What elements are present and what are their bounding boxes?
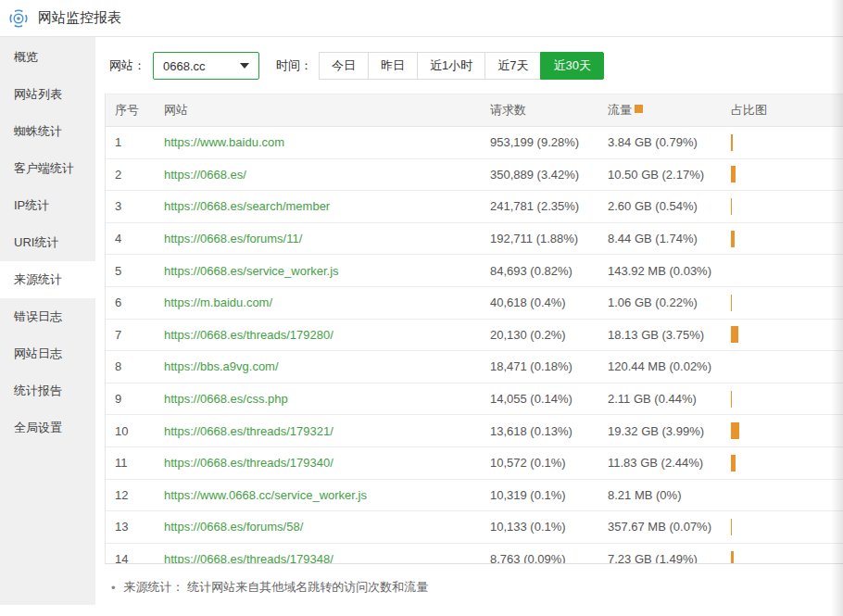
time-range-button[interactable]: 今日 xyxy=(319,52,369,80)
table-row: 1 https://www.baidu.com 953,199 (9.28%) … xyxy=(106,127,843,159)
referrer-report-table: 序号 网站 请求数 流量 占比图 1 https://www.baidu.com… xyxy=(105,94,843,564)
col-header-traffic: 流量 xyxy=(608,102,731,119)
row-traffic: 7.23 GB (1.49%) xyxy=(608,552,731,564)
time-range-button[interactable]: 近7天 xyxy=(484,52,541,80)
col-header-site: 网站 xyxy=(164,102,490,119)
traffic-legend-square-icon xyxy=(635,105,643,113)
row-requests: 10,133 (0.1%) xyxy=(490,520,608,534)
row-requests: 8,763 (0.09%) xyxy=(490,552,608,564)
chevron-down-icon xyxy=(240,63,249,69)
row-index: 11 xyxy=(106,456,164,470)
row-index: 5 xyxy=(106,264,164,278)
referrer-url-link[interactable]: https://0668.es/threads/179280/ xyxy=(164,328,333,342)
row-index: 9 xyxy=(106,392,164,406)
traffic-proportion-bar xyxy=(731,134,733,151)
row-traffic: 1.06 GB (0.22%) xyxy=(608,295,731,309)
row-requests: 13,618 (0.13%) xyxy=(490,424,608,438)
referrer-url-link[interactable]: https://www.baidu.com xyxy=(164,135,284,149)
row-index: 6 xyxy=(106,295,164,309)
row-traffic: 2.60 GB (0.54%) xyxy=(608,199,731,213)
traffic-proportion-bar xyxy=(731,551,734,564)
row-index: 10 xyxy=(106,424,164,438)
referrer-url-link[interactable]: https://www.0668.cc/service_worker.js xyxy=(164,488,367,502)
referrer-url-link[interactable]: https://0668.es/forums/58/ xyxy=(164,520,303,534)
sidebar-item[interactable]: IP统计 xyxy=(0,187,95,224)
row-requests: 10,572 (0.1%) xyxy=(490,456,608,470)
row-requests: 953,199 (9.28%) xyxy=(490,135,608,149)
col-header-requests: 请求数 xyxy=(490,102,608,119)
row-requests: 18,471 (0.18%) xyxy=(490,359,608,373)
table-row: 10 https://0668.es/threads/179321/ 13,61… xyxy=(106,415,843,447)
col-header-chart: 占比图 xyxy=(731,102,843,119)
footer-note: • 来源统计： 统计网站来自其他域名跳转的访问次数和流量 xyxy=(111,579,843,596)
referrer-url-link[interactable]: https://0668.es/threads/179321/ xyxy=(164,424,333,438)
referrer-url-link[interactable]: https://0668.es/threads/179340/ xyxy=(164,456,333,470)
row-traffic: 143.92 MB (0.03%) xyxy=(608,264,731,278)
row-requests: 40,618 (0.4%) xyxy=(490,295,608,309)
page-body: 概览 网站列表 蜘蛛统计 客户端统计 IP统计 URI统计 来源统计 错误日志 … xyxy=(0,37,843,605)
table-row: 14 https://0668.es/threads/179348/ 8,763… xyxy=(106,544,843,564)
sidebar-item[interactable]: URI统计 xyxy=(0,224,95,261)
row-traffic: 357.67 MB (0.07%) xyxy=(608,520,731,534)
row-traffic: 120.44 MB (0.02%) xyxy=(608,359,731,373)
sidebar-item[interactable]: 统计报告 xyxy=(0,372,95,409)
time-range-group: 今日 昨日 近1小时 近7天 近30天 xyxy=(320,52,604,80)
app-header: 网站监控报表 xyxy=(0,0,843,37)
row-index: 12 xyxy=(106,488,164,502)
row-traffic: 11.83 GB (2.44%) xyxy=(608,456,731,470)
sidebar-item[interactable]: 全局设置 xyxy=(0,409,95,446)
traffic-proportion-bar xyxy=(731,326,738,343)
time-filter-label: 时间： xyxy=(276,57,312,74)
filter-bar: 网站： 0668.cc 时间： 今日 昨日 近1小时 近7天 xyxy=(109,52,843,80)
bullet-icon: • xyxy=(111,581,116,595)
row-requests: 241,781 (2.35%) xyxy=(490,199,608,213)
table-row: 8 https://bbs.a9vg.com/ 18,471 (0.18%) 1… xyxy=(106,351,843,383)
table-row: 5 https://0668.es/service_worker.js 84,6… xyxy=(106,255,843,287)
row-index: 7 xyxy=(106,328,164,342)
row-index: 3 xyxy=(106,199,164,213)
sidebar-item[interactable]: 来源统计 xyxy=(0,261,95,298)
referrer-url-link[interactable]: https://0668.es/search/member xyxy=(164,199,330,213)
referrer-url-link[interactable]: https://0668.es/service_worker.js xyxy=(164,264,339,278)
sidebar-item[interactable]: 网站列表 xyxy=(0,76,95,113)
referrer-url-link[interactable]: https://0668.es/forums/11/ xyxy=(164,232,302,245)
row-traffic: 10.50 GB (2.17%) xyxy=(608,168,731,182)
table-row: 7 https://0668.es/threads/179280/ 20,130… xyxy=(106,320,843,352)
traffic-proportion-bar xyxy=(731,391,732,408)
referrer-url-link[interactable]: https://m.baidu.com/ xyxy=(164,295,272,309)
row-traffic: 18.13 GB (3.75%) xyxy=(608,328,731,342)
site-filter-label: 网站： xyxy=(109,57,145,74)
time-range-button[interactable]: 近1小时 xyxy=(417,52,485,80)
row-index: 2 xyxy=(106,168,164,182)
referrer-url-link[interactable]: https://0668.es/threads/179348/ xyxy=(164,552,333,564)
traffic-proportion-bar xyxy=(731,198,732,215)
table-row: 13 https://0668.es/forums/58/ 10,133 (0.… xyxy=(106,511,843,544)
referrer-url-link[interactable]: https://bbs.a9vg.com/ xyxy=(164,359,279,373)
row-requests: 84,693 (0.82%) xyxy=(490,264,608,278)
time-range-button[interactable]: 近30天 xyxy=(540,52,603,80)
monitor-target-icon xyxy=(8,8,29,29)
row-index: 4 xyxy=(106,232,164,245)
sidebar-item[interactable]: 概览 xyxy=(0,39,95,76)
sidebar-item[interactable]: 蜘蛛统计 xyxy=(0,113,95,150)
traffic-proportion-bar xyxy=(731,231,735,247)
sidebar-item[interactable]: 客户端统计 xyxy=(0,150,95,187)
traffic-proportion-bar xyxy=(731,519,732,535)
row-index: 14 xyxy=(106,552,164,564)
traffic-header-label: 流量 xyxy=(608,103,632,117)
referrer-url-link[interactable]: https://0668.es/css.php xyxy=(164,392,288,406)
row-traffic: 2.11 GB (0.44%) xyxy=(608,392,731,406)
traffic-proportion-bar xyxy=(731,455,736,471)
row-requests: 192,711 (1.88%) xyxy=(490,232,608,245)
traffic-proportion-bar xyxy=(731,295,732,311)
time-range-button[interactable]: 昨日 xyxy=(368,52,418,80)
table-row: 12 https://www.0668.cc/service_worker.js… xyxy=(106,480,843,512)
traffic-proportion-bar xyxy=(731,422,739,439)
sidebar-item[interactable]: 网站日志 xyxy=(0,335,95,372)
col-header-index: 序号 xyxy=(106,102,164,119)
site-select[interactable]: 0668.cc xyxy=(153,52,259,80)
row-requests: 20,130 (0.2%) xyxy=(490,328,608,342)
table-row: 11 https://0668.es/threads/179340/ 10,57… xyxy=(106,447,843,480)
sidebar-item[interactable]: 错误日志 xyxy=(0,298,95,335)
referrer-url-link[interactable]: https://0668.es/ xyxy=(164,168,246,182)
